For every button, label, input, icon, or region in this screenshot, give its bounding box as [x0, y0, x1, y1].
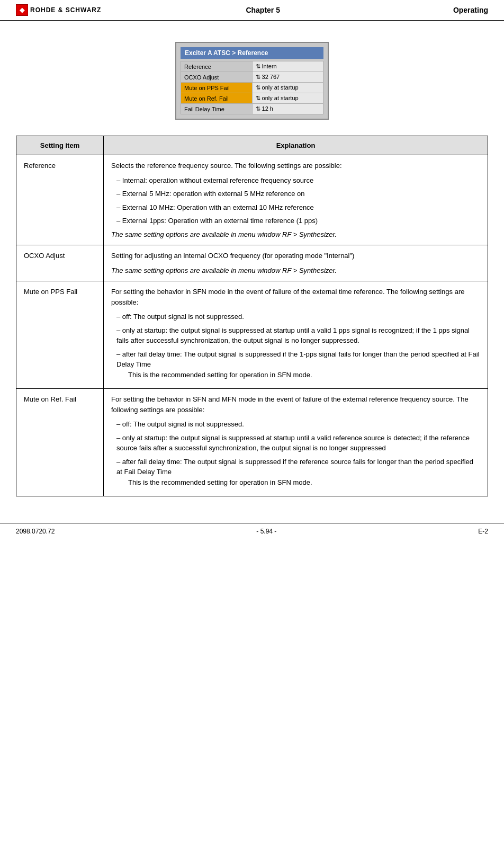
- logo-area: ◆ ROHDE & SCHWARZ: [16, 4, 101, 16]
- table-cell-item: Mute on PPS Fail: [16, 281, 104, 389]
- device-row-label: Fail Delay Time: [181, 104, 253, 114]
- explanation-italic-note: The same setting options are available i…: [111, 265, 480, 276]
- footer-doc-number: 2098.0720.72: [16, 528, 55, 535]
- device-row-value: ⇅ only at startup: [252, 83, 323, 93]
- explanation-text: For setting the behavior in SFN mode in …: [111, 287, 480, 307]
- device-row-label: Mute on Ref. Fail: [181, 93, 253, 104]
- table-cell-explanation: Setting for adjusting an internal OCXO f…: [104, 245, 488, 281]
- table-row: ReferenceSelects the reference frequency…: [16, 155, 488, 245]
- explanation-bullet: – External 10 MHz: Operation with an ext…: [116, 202, 480, 213]
- col-header-explanation: Explanation: [104, 136, 488, 155]
- table-cell-item: Mute on Ref. Fail: [16, 389, 104, 496]
- explanation-bullet: – only at startup: the output signal is …: [116, 325, 480, 346]
- explanation-bullet: – off: The output signal is not suppress…: [116, 419, 480, 430]
- device-row-value: ⇅ Intern: [252, 61, 323, 72]
- explanation-text: For setting the behavior in SFN and MFN …: [111, 394, 480, 415]
- col-header-item: Setting item: [16, 136, 104, 155]
- explanation-text: Setting for adjusting an internal OCXO f…: [111, 251, 480, 261]
- table-row: OCXO AdjustSetting for adjusting an inte…: [16, 245, 488, 281]
- page-footer: 2098.0720.72 - 5.94 - E-2: [0, 523, 504, 539]
- table-header-row: Setting item Explanation: [16, 136, 488, 155]
- section-title: Operating: [425, 6, 488, 14]
- page-header: ◆ ROHDE & SCHWARZ Chapter 5 Operating: [0, 0, 504, 21]
- explanation-bullet: – only at startup: the output signal is …: [116, 433, 480, 453]
- table-cell-explanation: Selects the reference frequency source. …: [104, 155, 488, 245]
- table-row: Mute on Ref. FailFor setting the behavio…: [16, 389, 488, 496]
- device-settings-table: Reference⇅ InternOCXO Adjust⇅ 32 767Mute…: [181, 61, 323, 114]
- device-ui-panel: Exciter A ATSC > Reference Reference⇅ In…: [175, 42, 329, 120]
- footer-section-number: E-2: [478, 528, 488, 535]
- footer-page-number: - 5.94 -: [256, 528, 276, 535]
- main-content: Exciter A ATSC > Reference Reference⇅ In…: [0, 21, 504, 507]
- explanation-italic-note: The same setting options are available i…: [111, 229, 480, 240]
- brand-name: ROHDE & SCHWARZ: [30, 6, 101, 14]
- device-row-label: OCXO Adjust: [181, 72, 253, 83]
- table-cell-explanation: For setting the behavior in SFN and MFN …: [104, 389, 488, 496]
- table-cell-item: OCXO Adjust: [16, 245, 104, 281]
- device-table-row: Mute on PPS Fail⇅ only at startup: [181, 83, 323, 93]
- device-row-value: ⇅ 12 h: [252, 104, 323, 114]
- device-row-label: Mute on PPS Fail: [181, 83, 253, 93]
- device-title: Exciter A ATSC > Reference: [181, 47, 323, 59]
- explanation-bullet: – External 1pps: Operation with an exter…: [116, 216, 480, 226]
- table-cell-item: Reference: [16, 155, 104, 245]
- chapter-title: Chapter 5: [101, 6, 425, 14]
- device-table-row: Fail Delay Time⇅ 12 h: [181, 104, 323, 114]
- device-row-value: ⇅ 32 767: [252, 72, 323, 83]
- explanation-table: Setting item Explanation ReferenceSelect…: [16, 136, 488, 496]
- explanation-bullet: – External 5 MHz: operation with externa…: [116, 189, 480, 199]
- device-row-value: ⇅ only at startup: [252, 93, 323, 104]
- explanation-bullet: – off: The output signal is not suppress…: [116, 312, 480, 322]
- device-table-row: Mute on Ref. Fail⇅ only at startup: [181, 93, 323, 104]
- table-row: Mute on PPS FailFor setting the behavior…: [16, 281, 488, 389]
- device-table-row: Reference⇅ Intern: [181, 61, 323, 72]
- explanation-bullet: – after fail delay time: The output sign…: [116, 349, 480, 380]
- logo-icon: ◆: [16, 4, 28, 16]
- device-table-row: OCXO Adjust⇅ 32 767: [181, 72, 323, 83]
- explanation-bullet: – after fail delay time: The output sign…: [116, 457, 480, 488]
- explanation-text: Selects the reference frequency source. …: [111, 161, 480, 171]
- explanation-bullet: – Internal: operation without external r…: [116, 175, 480, 186]
- device-row-label: Reference: [181, 61, 253, 72]
- table-cell-explanation: For setting the behavior in SFN mode in …: [104, 281, 488, 389]
